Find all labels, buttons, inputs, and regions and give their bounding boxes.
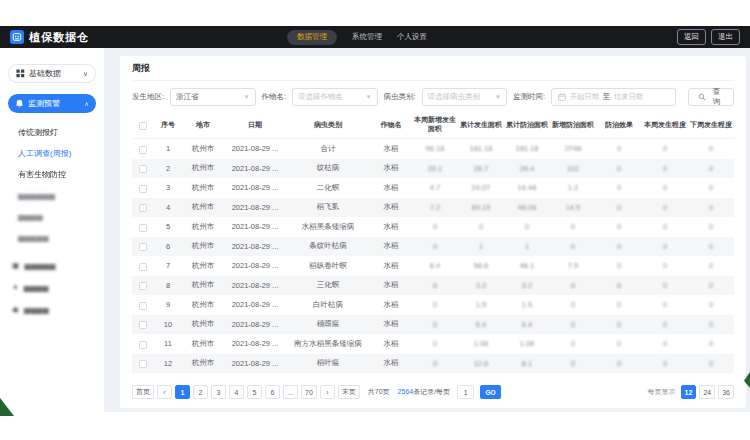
sidebar-item[interactable]: ▅▅▅▅▅▅ — [0, 185, 104, 206]
table-row: 6杭州市2021-08-29 ...条纹叶枯病水稻0110000 — [132, 237, 734, 257]
sidebar-footer-item-label: ▅▅▅▅ — [24, 283, 49, 292]
value-cell: 0 — [550, 339, 596, 348]
value-cell: 0 — [596, 320, 642, 329]
content-area: 基础数据 ∨ 监测预警 ∧ 传统测报灯人工调查(周报)有害生物防控▅▅▅▅▅▅▅… — [0, 48, 750, 412]
column-header: 日期 — [224, 121, 286, 130]
value-cell: 7.5 — [550, 261, 596, 270]
sidebar-item[interactable]: 有害生物防控 — [0, 164, 104, 185]
table-row: 2杭州市2021-08-29 ...纹枯病水稻20.128.728.410200… — [132, 159, 734, 179]
row-index-cell: 11 — [154, 339, 182, 348]
value-cell: 0 — [550, 320, 596, 329]
row-checkbox[interactable] — [139, 321, 147, 329]
crop-cell: 水稻 — [370, 241, 412, 251]
next-page-button[interactable]: › — [320, 385, 335, 399]
page-button-4[interactable]: 4 — [229, 385, 244, 399]
sidebar-item[interactable]: ▅▅▅▅ — [0, 206, 104, 227]
city-cell: 杭州市 — [182, 319, 224, 329]
value-cell: 0 — [688, 242, 734, 251]
select-all-checkbox[interactable] — [139, 122, 147, 130]
page-button-1[interactable]: 1 — [175, 385, 190, 399]
last-page-number-button[interactable]: 70 — [301, 385, 317, 399]
date-cell: 2021-08-29 ... — [224, 320, 286, 329]
row-checkbox-cell — [132, 140, 154, 158]
page-size-button-12[interactable]: 12 — [681, 385, 697, 399]
row-checkbox[interactable] — [139, 282, 147, 290]
crop-cell: 水稻 — [370, 319, 412, 329]
nav-item-link[interactable]: 系统管理 — [352, 32, 382, 42]
row-index-cell: 3 — [154, 183, 182, 192]
value-cell: 0 — [596, 183, 642, 192]
date-cell: 2021-08-29 ... — [224, 144, 286, 153]
value-cell: 28.7 — [458, 164, 504, 173]
page-button-2[interactable]: 2 — [193, 385, 208, 399]
sidebar-menu: 传统测报灯人工调查(周报)有害生物防控▅▅▅▅▅▅▅▅▅▅▅▅▅▅▅ — [0, 122, 104, 248]
value-cell: 0 — [550, 242, 596, 251]
sidebar-item[interactable]: 传统测报灯 — [0, 122, 104, 143]
row-index-cell: 12 — [154, 359, 182, 368]
row-index-cell: 1 — [154, 144, 182, 153]
time-filter-label: 监测时间: — [513, 92, 545, 102]
row-checkbox[interactable] — [139, 263, 147, 271]
table-row: 7杭州市2021-08-29 ...稻纵卷叶螟水稻8.458.848.17.50… — [132, 256, 734, 276]
sidebar-footer-item[interactable]: ◉▅▅▅▅ — [0, 298, 104, 320]
sidebar: 基础数据 ∨ 监测预警 ∧ 传统测报灯人工调查(周报)有害生物防控▅▅▅▅▅▅▅… — [0, 48, 104, 412]
page-ellipsis-button[interactable]: ... — [283, 385, 298, 399]
crop-select[interactable]: 请选择作物名 ▼ — [292, 88, 377, 106]
pest-select[interactable]: 请选择病虫类别 ▼ — [422, 88, 507, 106]
region-select[interactable]: 浙江省 ▼ — [170, 88, 255, 106]
calendar-icon — [558, 93, 566, 101]
pest-name-cell: 合计 — [286, 144, 370, 154]
sidebar-footer-item-label: ▅▅▅▅ — [24, 305, 49, 314]
table-body: 1杭州市2021-08-29 ...合计水稻96.18181.18181.182… — [132, 139, 734, 373]
page-size-button-24[interactable]: 24 — [699, 385, 715, 399]
row-checkbox[interactable] — [139, 185, 147, 193]
back-button[interactable]: 返回 — [677, 29, 706, 45]
search-button[interactable]: 查询 — [688, 88, 734, 106]
row-checkbox[interactable] — [139, 302, 147, 310]
page-button-6[interactable]: 6 — [265, 385, 280, 399]
row-checkbox[interactable] — [139, 146, 147, 154]
row-checkbox[interactable] — [139, 224, 147, 232]
city-cell: 杭州市 — [182, 241, 224, 251]
date-range-separator: 至 — [603, 92, 610, 102]
go-button[interactable]: GO — [480, 385, 501, 399]
pagination-bar: 首页 ‹ 123456 ... 70 › 末页 共70页 2564条记录/每页 … — [132, 379, 734, 408]
row-checkbox[interactable] — [139, 360, 147, 368]
sidebar-item[interactable]: 人工调查(周报) — [0, 143, 104, 164]
nav-item-link[interactable]: 个人设置 — [397, 32, 427, 42]
value-cell: 96.18 — [412, 144, 458, 153]
row-checkbox[interactable] — [139, 204, 147, 212]
crop-cell: 水稻 — [370, 144, 412, 154]
sidebar-item[interactable]: ▅▅▅▅▅ — [0, 227, 104, 248]
city-cell: 杭州市 — [182, 300, 224, 310]
table-row: 3杭州市2021-08-29 ...二化螟水稻4.724.0716.481.20… — [132, 178, 734, 198]
row-checkbox[interactable] — [139, 341, 147, 349]
sidebar-group-label: 监测预警 — [28, 98, 60, 109]
sidebar-footer-item[interactable]: ✦▅▅▅▅ — [0, 276, 104, 298]
sidebar-footer-item[interactable]: ▣▅▅▅▅▅ — [0, 254, 104, 276]
page-button-3[interactable]: 3 — [211, 385, 226, 399]
sidebar-group-basic-data[interactable]: 基础数据 ∨ — [8, 64, 96, 83]
date-range-input[interactable]: 开始日期 至 结束日期 — [551, 88, 676, 106]
page-title: 周报 — [132, 62, 150, 75]
crop-cell: 水稻 — [370, 358, 412, 368]
region-filter-label: 发生地区: — [132, 92, 164, 102]
sidebar-group-monitoring-warning[interactable]: 监测预警 ∧ — [8, 94, 96, 113]
value-cell: 6.4 — [458, 320, 504, 329]
column-header: 作物名 — [370, 121, 412, 130]
last-page-button[interactable]: 末页 — [338, 385, 360, 399]
table-row: 5杭州市2021-08-29 ...水稻黑条矮缩病水稻0000000 — [132, 217, 734, 237]
nav-item-active[interactable]: 数据管理 — [287, 30, 337, 45]
logout-button[interactable]: 退出 — [711, 29, 740, 45]
goto-page-input[interactable] — [457, 385, 474, 399]
prev-page-button[interactable]: ‹ — [157, 385, 172, 399]
chevron-down-icon: ▼ — [366, 94, 372, 100]
page-button-5[interactable]: 5 — [247, 385, 262, 399]
row-checkbox[interactable] — [139, 243, 147, 251]
value-cell: 0 — [596, 339, 642, 348]
first-page-button[interactable]: 首页 — [132, 385, 154, 399]
page-size-button-36[interactable]: 36 — [718, 385, 734, 399]
row-index-cell: 8 — [154, 281, 182, 290]
row-checkbox[interactable] — [139, 165, 147, 173]
column-header: 病虫类别 — [286, 121, 370, 130]
